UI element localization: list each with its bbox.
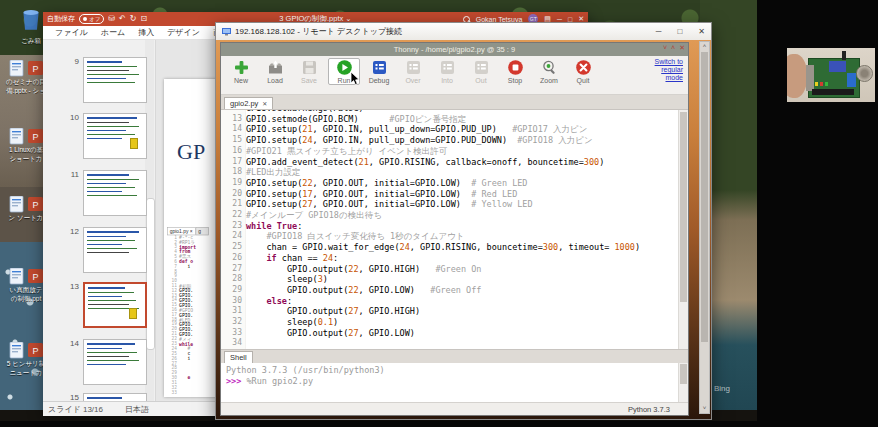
svg-text:P: P bbox=[32, 64, 38, 74]
rotary-knob bbox=[856, 65, 873, 82]
debug-button[interactable]: Debug bbox=[364, 58, 394, 85]
editor-tab-gpio2[interactable]: gpio2.py ✕ bbox=[224, 97, 273, 109]
code-line-31: 31 GPIO.output(27, GPIO.HIGH) bbox=[221, 306, 679, 317]
rdp-maximize-button[interactable]: □ bbox=[677, 27, 682, 36]
load-button[interactable]: Load bbox=[260, 58, 290, 85]
ribbon-tab-1[interactable]: ホーム bbox=[101, 27, 125, 38]
thonny-window-controls: ˅˄✕ bbox=[663, 44, 685, 52]
rdp-minimize-button[interactable]: ─ bbox=[656, 27, 662, 36]
thonny-maximize-icon[interactable]: ˄ bbox=[671, 44, 675, 52]
code-line-23: 23while True: bbox=[221, 221, 679, 232]
slide-thumbnail-10[interactable]: 10 bbox=[65, 113, 147, 159]
slide-number: 11 bbox=[65, 170, 79, 216]
run-button[interactable]: Run bbox=[328, 58, 360, 85]
raspberry-pi-desktop: Thonny - /home/pi/gpio2.py @ 35 : 9 ˅˄✕ … bbox=[216, 40, 711, 419]
code-line-18: 18#LED出力設定 bbox=[221, 167, 679, 178]
redo-icon[interactable]: ↻ bbox=[130, 15, 137, 23]
slide-thumb-preview bbox=[83, 282, 147, 328]
slide-thumbnail-9[interactable]: 9 bbox=[65, 57, 147, 103]
tab-close-icon[interactable]: ✕ bbox=[262, 100, 267, 107]
board-antenna bbox=[842, 51, 846, 60]
desktop-shortcut-4[interactable]: P5 ヒンサリ制ニュートカ bbox=[4, 342, 48, 376]
code-lines: 12GPIO.setwarnings(False)13GPIO.setmode(… bbox=[221, 110, 679, 349]
thonny-close-icon[interactable]: ✕ bbox=[679, 44, 685, 52]
shell-scrollbar[interactable] bbox=[678, 363, 688, 402]
slide-counter[interactable]: スライド 13/16 bbox=[48, 404, 103, 415]
save-icon[interactable]: ⛁ bbox=[108, 15, 115, 23]
editor-tab-label: gpio2.py bbox=[230, 99, 258, 108]
svg-text:P: P bbox=[32, 200, 38, 210]
desktop-shortcut-label: ショートカ bbox=[4, 155, 48, 163]
slide-thumb-preview bbox=[83, 227, 147, 273]
slide-code-tab2: g bbox=[195, 227, 208, 235]
code-line-15: 15GPIO.setup(24, GPIO.IN, pull_up_down=G… bbox=[221, 135, 679, 146]
switch-regular-mode-link[interactable]: Switch toregularmode bbox=[655, 58, 683, 82]
undo-icon[interactable]: ↶ bbox=[119, 15, 126, 23]
zoom-button[interactable]: Zoom bbox=[534, 58, 564, 85]
scroll-up-icon[interactable]: ˄ bbox=[700, 42, 709, 51]
over-label: Over bbox=[398, 77, 428, 84]
slide-thumbnail-11[interactable]: 11 bbox=[65, 170, 147, 216]
desktop-shortcut-label: のゼミナの目 bbox=[4, 78, 48, 86]
rdp-scroll-thumb[interactable] bbox=[701, 52, 708, 342]
quit-button[interactable]: Quit bbox=[568, 58, 598, 85]
gpio-header bbox=[812, 89, 854, 95]
raspberry-pi-board bbox=[808, 58, 860, 98]
slide-marker bbox=[129, 308, 137, 319]
code-line-29: 29 GPIO.output(22, GPIO.LOW) #Green Off bbox=[221, 285, 679, 296]
autosave-label: 自動保存 bbox=[47, 14, 75, 24]
desktop-shortcut-2[interactable]: Pン ソートカ bbox=[4, 196, 48, 222]
thonny-title: Thonny - /home/pi/gpio2.py @ 35 : 9 bbox=[394, 45, 515, 54]
ribbon-tab-2[interactable]: 挿入 bbox=[138, 27, 154, 38]
bottom-strip bbox=[0, 421, 878, 427]
code-editor[interactable]: 12GPIO.setwarnings(False)13GPIO.setmode(… bbox=[221, 110, 688, 349]
desktop-shortcut-3[interactable]: Pい真面放テの制御.ppt bbox=[4, 268, 48, 302]
slide-thumbnail-13[interactable]: 13 bbox=[65, 282, 147, 328]
slide-thumb-preview bbox=[83, 57, 147, 103]
zoom-label: Zoom bbox=[534, 77, 564, 84]
desktop-shortcut-0[interactable]: Pのゼミナの目備.pptx - ショ bbox=[4, 60, 48, 94]
shell-line-0: Python 3.7.3 (/usr/bin/python3) bbox=[226, 365, 688, 376]
slide-thumbnail-14[interactable]: 14 bbox=[65, 339, 147, 385]
ribbon-tab-3[interactable]: デザイン bbox=[167, 27, 200, 38]
shell-output[interactable]: Python 3.7.3 (/usr/bin/python3)>>> %Run … bbox=[221, 363, 688, 402]
slide-thumbnail-15[interactable]: 15 bbox=[65, 393, 147, 401]
shell-tab[interactable]: Shell bbox=[224, 351, 253, 363]
desktop-shortcut-label: ン ソートカ bbox=[4, 214, 48, 222]
debug-label: Debug bbox=[364, 77, 394, 84]
slide-thumb-preview bbox=[83, 170, 147, 216]
rdp-scrollbar[interactable]: ˄ ˅ bbox=[699, 41, 710, 414]
desktop: Bing ごみ箱 Pのゼミナの目備.pptx - ショP1 Linuxの基ショー… bbox=[0, 0, 878, 427]
ribbon-tab-0[interactable]: ファイル bbox=[55, 27, 88, 38]
scroll-down-icon[interactable]: ˅ bbox=[700, 404, 709, 413]
thonny-minimize-icon[interactable]: ˅ bbox=[663, 44, 667, 52]
slide-marker bbox=[130, 138, 138, 149]
slide-number: 14 bbox=[65, 339, 79, 385]
language-indicator[interactable]: 日本語 bbox=[125, 404, 149, 415]
slide-thumb-preview bbox=[83, 393, 147, 401]
yellow-led bbox=[815, 82, 818, 86]
code-line-21: 21GPIO.setup(27, GPIO.OUT, initial=GPIO.… bbox=[221, 199, 679, 210]
editor-scrollbar[interactable] bbox=[678, 110, 688, 349]
thonny-window: Thonny - /home/pi/gpio2.py @ 35 : 9 ˅˄✕ … bbox=[220, 42, 689, 416]
stop-button[interactable]: Stop bbox=[500, 58, 530, 85]
code-line-19: 19GPIO.setup(22, GPIO.OUT, initial=GPIO.… bbox=[221, 178, 679, 189]
autosave-toggle[interactable]: オフ bbox=[79, 14, 104, 24]
code-line-28: 28 sleep(3) bbox=[221, 274, 679, 285]
slide-thumbnail-12[interactable]: 12 bbox=[65, 227, 147, 273]
rdp-title: 192.168.128.102 - リモート デスクトップ接続 bbox=[235, 26, 402, 37]
desktop-shortcut-1[interactable]: P1 Linuxの基ショートカ bbox=[4, 128, 48, 162]
slide-thumb-preview bbox=[83, 113, 147, 159]
code-line-24: 24 #GPIO18 白スイッチ変化待ち 1秒のタイムアウト bbox=[221, 231, 679, 242]
slide-number: 10 bbox=[65, 113, 79, 159]
new-button[interactable]: New bbox=[226, 58, 256, 85]
stop-label: Stop bbox=[500, 77, 530, 84]
slideshow-icon[interactable]: ⊡ bbox=[140, 15, 147, 23]
rdp-close-button[interactable]: ✕ bbox=[698, 27, 705, 36]
desktop-shortcut-label: 5 ヒンサリ制 bbox=[4, 360, 48, 368]
code-line-33: 33 GPIO.output(27, GPIO.LOW) bbox=[221, 328, 679, 339]
slide-number: 12 bbox=[65, 227, 79, 273]
code-line-25: 25 chan = GPIO.wait_for_edge(24, GPIO.RI… bbox=[221, 242, 679, 253]
terminal-block bbox=[847, 73, 856, 87]
out-button: Out bbox=[466, 58, 496, 85]
